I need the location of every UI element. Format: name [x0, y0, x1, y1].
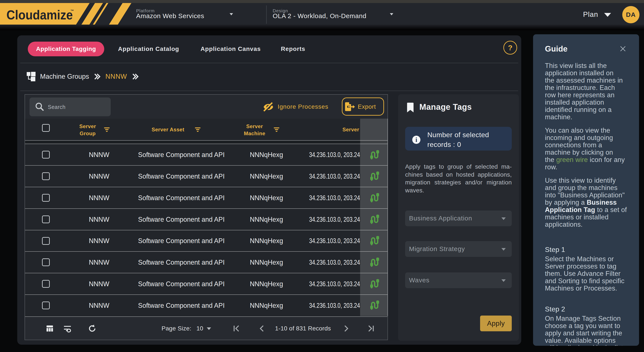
svg-text:™: ™ [70, 9, 74, 13]
svg-text:Cloudamize: Cloudamize [6, 7, 73, 22]
